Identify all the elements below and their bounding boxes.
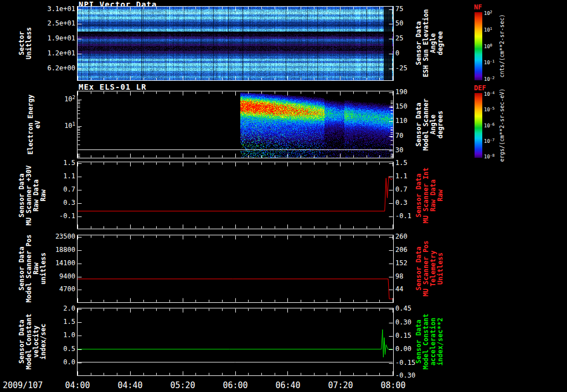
axis-tick-label: 2.0 (2, 305, 75, 312)
els-spectrogram-canvas (78, 91, 393, 158)
date-label: 2009/107 (3, 380, 43, 390)
colorbar-units-text: cnts/(cm**2-sr-sec) (499, 14, 505, 78)
colorbar-tick-label: 10-2 (484, 76, 494, 82)
axis-tick-label: 0.00 (395, 345, 411, 353)
nf-colorbar (475, 12, 482, 80)
els-spectrogram-panel (77, 91, 394, 158)
axis-tick-label: 23500 (2, 233, 75, 240)
axis-tick-label: 1.0 (2, 331, 75, 339)
model-constant-line-panel (77, 308, 394, 376)
axis-tick-label: 0.3 (2, 199, 75, 207)
def-colorbar-label: DEF (474, 84, 486, 92)
colorbar-tick-label: 10-5 (484, 107, 494, 112)
axis-tick-label: 110 (395, 117, 408, 125)
colorbar-tick-label: 10-4 (484, 91, 494, 97)
npi-spectrogram-panel (77, 6, 394, 81)
nf-colorbar-label: NF (474, 3, 482, 11)
axis-tick-label: 25 (395, 34, 403, 42)
mu-scanner-line-panel (77, 162, 394, 229)
axis-tick-label: 3.1e+01 (2, 5, 75, 13)
exponent: -2 (490, 76, 494, 80)
colorbar-tick-label: 10-6 (484, 123, 494, 128)
exponent: -1 (490, 59, 494, 64)
axis-label-line: Unitless (437, 240, 444, 296)
scanner-pos-line-canvas (78, 235, 393, 302)
axis-label-line: degrees (437, 99, 444, 151)
axis-tick-label: 1.9e+01 (2, 34, 75, 42)
axis-tick-label: 1.1 (395, 172, 408, 180)
axis-tick-label: 4700 (2, 285, 75, 293)
axis-tick-label: 18800 (2, 246, 75, 254)
mu-scanner-line-canvas (78, 162, 393, 229)
exponent: 1 (490, 27, 492, 31)
exponent: -8 (490, 153, 494, 158)
axis-tick-label: 0 (395, 49, 399, 57)
axis-tick-label: 206 (395, 246, 408, 254)
axis-tick-label: 0.30 (395, 318, 411, 326)
axis-tick-label: 1.5 (2, 159, 75, 167)
axis-tick-label: 1.5 (2, 318, 75, 326)
exponent: -6 (490, 122, 494, 127)
x-axis-tick-label: 04:40 (114, 380, 147, 390)
axis-tick-label: 0.0 (2, 358, 75, 366)
axis-tick-label: -0.1 (395, 212, 411, 220)
exponent: 1 (73, 121, 75, 127)
axis-tick-label: 102 (2, 95, 75, 103)
axis-tick-label: 70 (395, 132, 403, 140)
npi-spectrogram-canvas (78, 7, 393, 80)
axis-tick-label: 50 (395, 19, 403, 27)
axis-tick-label: 2.5e+01 (2, 19, 75, 27)
model-constant-line-canvas (78, 308, 393, 375)
axis-tick-label: -0.1 (2, 212, 75, 220)
axis-tick-label: 0.7 (395, 185, 408, 193)
colorbar-tick-label: 10-8 (484, 154, 494, 159)
axis-tick-label: 0.5 (2, 345, 75, 353)
panel-title-els: MEx ELS-01 LR (79, 82, 147, 91)
exponent: 2 (73, 95, 75, 100)
axis-tick-label: 150 (395, 102, 408, 110)
x-axis-tick-label: 04:00 (61, 380, 94, 390)
axis-tick-label: 0.15 (395, 332, 411, 339)
x-axis-tick-label: 05:20 (166, 380, 199, 390)
axis-tick-label: -25 (395, 64, 408, 72)
axis-tick-label: 1.2e+01 (2, 49, 75, 57)
axis-tick-label: 152 (395, 259, 408, 267)
axis-tick-label: 30 (395, 146, 403, 154)
colorbar-tick-label: 101 (484, 27, 492, 33)
axis-tick-label: 0.45 (395, 305, 411, 312)
exponent: -7 (490, 138, 494, 142)
axis-label-line: Raw (437, 167, 444, 223)
axis-tick-label: 190 (395, 88, 408, 96)
axis-tick-label: 44 (395, 285, 403, 293)
axis-tick-label: 1.1 (2, 172, 75, 180)
axis-tick-label: -0.15 (395, 359, 415, 367)
axis-tick-label: 0.7 (2, 185, 75, 193)
axis-tick-label: 14100 (2, 259, 75, 267)
colorbar-units-text: ergs/(cm**2-sr-sec-eV) (499, 89, 505, 162)
exponent: -5 (490, 106, 494, 111)
axis-tick-label: 1.5 (395, 159, 408, 167)
axis-tick-label: 6.2e+00 (2, 64, 75, 72)
x-axis-tick-label: 06:00 (219, 380, 252, 390)
exponent: 2 (490, 10, 492, 14)
axis-label-line: degree (437, 9, 444, 78)
exponent: 0 (490, 43, 492, 48)
axis-tick-label: 75 (395, 5, 403, 13)
exponent: -4 (490, 91, 494, 95)
x-axis-tick-label: 08:00 (377, 380, 410, 390)
axis-tick-label: 0.3 (395, 199, 408, 207)
def-colorbar (475, 93, 482, 158)
axis-tick-label: 9400 (2, 272, 75, 280)
axis-label-line: index/sec**2 (437, 313, 444, 369)
x-axis-tick-label: 06:40 (271, 380, 305, 390)
x-axis-tick-label: 07:20 (324, 380, 357, 390)
colorbar-tick-label: 100 (484, 44, 492, 49)
colorbar-tick-label: 102 (484, 11, 492, 16)
plot-stage: NPI Vector Data MEx ELS-01 LR Sector Uni… (0, 0, 567, 392)
colorbar-tick-label: 10-1 (484, 60, 494, 65)
colorbar-tick-label: 10-7 (484, 138, 494, 144)
axis-tick-label: 101 (2, 122, 75, 130)
axis-tick-label: 98 (395, 272, 403, 280)
scanner-pos-line-panel (77, 235, 394, 303)
axis-tick-label: -0.30 (395, 372, 415, 379)
